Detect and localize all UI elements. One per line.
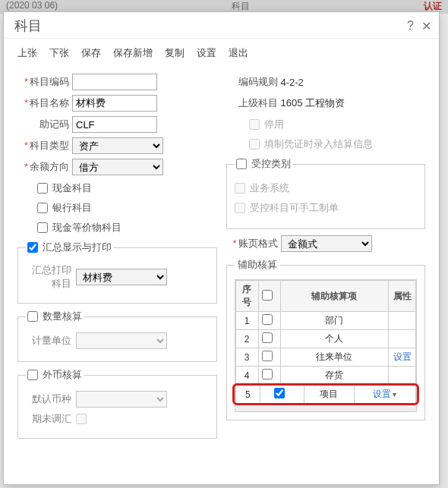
name-input[interactable] xyxy=(72,95,157,112)
fx-ccy-label: 默认币种 xyxy=(26,392,76,406)
row-checkbox[interactable] xyxy=(262,351,273,361)
table-row[interactable]: 1部门 xyxy=(235,312,416,330)
th-item: 辅助核算项 xyxy=(280,281,389,312)
subject-dialog: 科目 ? ✕ 上张 下张 保存 保存新增 复制 设置 退出 科目编码 科目名称 … xyxy=(3,11,440,485)
dialog-title: 科目 xyxy=(14,17,42,35)
biz-label: 业务系统 xyxy=(250,181,289,195)
cell-item: 个人 xyxy=(280,330,389,348)
titlebar: 科目 ? ✕ xyxy=(4,12,439,39)
table-row[interactable]: 3往来单位设置 xyxy=(235,348,416,367)
parent-label: 上级科目 xyxy=(226,96,281,110)
row-checkbox[interactable] xyxy=(274,388,285,398)
fx-adjust-label: 期末调汇 xyxy=(26,412,76,426)
code-label: 科目编码 xyxy=(17,75,72,89)
save-button[interactable]: 保存 xyxy=(81,46,101,60)
aux-table: 序号 辅助核算项 属性 1部门2个人3往来单位设置4存货5项目设置 xyxy=(235,280,417,404)
acct-fmt-label: 账页格式 xyxy=(226,237,281,250)
th-check-all[interactable] xyxy=(262,290,273,301)
bank-checkbox[interactable] xyxy=(37,203,48,213)
cell-seq: 1 xyxy=(235,312,258,330)
name-label: 科目名称 xyxy=(17,96,72,110)
controlled-toggle[interactable] xyxy=(236,159,247,169)
biz-checkbox[interactable] xyxy=(235,183,245,194)
toolbar: 上张 下张 保存 保存新增 复制 设置 退出 xyxy=(4,39,439,66)
mnemonic-input[interactable] xyxy=(72,116,157,133)
row-checkbox[interactable] xyxy=(262,314,273,325)
balance-label: 余额方向 xyxy=(17,160,72,174)
fx-fieldset: 外币核算 默认币种 期末调汇 xyxy=(17,368,217,439)
table-row[interactable]: 4存货 xyxy=(235,367,416,385)
cash-equiv-checkbox[interactable] xyxy=(37,222,48,233)
acct-fmt-select[interactable]: 金额式 xyxy=(281,235,372,252)
qty-fieldset: 数量核算 计量单位 xyxy=(17,310,217,362)
exit-button[interactable]: 退出 xyxy=(229,46,248,60)
table-row[interactable]: 2个人 xyxy=(235,330,416,348)
cell-item: 存货 xyxy=(280,367,389,385)
fillsettle-checkbox[interactable] xyxy=(249,139,260,150)
cell-seq: 5 xyxy=(236,386,260,404)
cell-item: 部门 xyxy=(280,312,389,330)
close-icon[interactable]: ✕ xyxy=(421,19,431,33)
code-input[interactable] xyxy=(72,74,157,90)
disabled-checkbox[interactable] xyxy=(249,119,260,130)
manual-checkbox[interactable] xyxy=(235,203,245,213)
row-checkbox[interactable] xyxy=(262,332,273,343)
cell-item: 往来单位 xyxy=(280,348,389,367)
aux-fieldset: 辅助核算 序号 辅助核算项 属性 1部门2个人3往来单位设置4存货5项目设置 xyxy=(226,258,426,420)
table-scrollbar[interactable] xyxy=(235,404,417,411)
cash-label: 现金科目 xyxy=(52,181,92,195)
coderule-value: 4-2-2 xyxy=(281,77,304,88)
type-label: 科目类型 xyxy=(17,139,72,153)
mnemonic-label: 助记码 xyxy=(17,118,72,131)
th-seq: 序号 xyxy=(235,281,258,312)
summary-fieldset: 汇总显示与打印 汇总打印科目 材料费 xyxy=(17,241,217,304)
type-select[interactable]: 资产 xyxy=(72,137,163,154)
settings-button[interactable]: 设置 xyxy=(197,46,216,60)
row-checkbox[interactable] xyxy=(262,369,273,379)
bank-label: 银行科目 xyxy=(52,201,92,215)
qty-unit-label: 计量单位 xyxy=(26,334,76,348)
cell-seq: 2 xyxy=(235,330,258,348)
parent-value: 1605 工程物资 xyxy=(281,96,345,110)
fx-adjust-checkbox[interactable] xyxy=(76,414,87,424)
cell-item: 项目 xyxy=(304,386,354,404)
qty-unit-select[interactable] xyxy=(76,332,167,349)
fx-ccy-select[interactable] xyxy=(76,391,167,408)
sum-print-label: 汇总打印科目 xyxy=(26,263,76,291)
fx-toggle[interactable] xyxy=(27,370,38,380)
left-column: 科目编码 科目名称 助记码 科目类型 资产 余额方向 借方 xyxy=(17,69,217,445)
copy-button[interactable]: 复制 xyxy=(165,46,185,60)
row-config-link[interactable]: 设置 xyxy=(373,389,396,399)
cell-seq: 3 xyxy=(235,348,258,367)
controlled-fieldset: 受控类别 业务系统 受控科目可手工制单 xyxy=(226,157,426,229)
row-config-link[interactable]: 设置 xyxy=(393,351,412,362)
sum-print-select[interactable]: 材料费 xyxy=(76,269,167,285)
summary-toggle[interactable] xyxy=(27,242,38,253)
right-column: 编码规则 4-2-2 上级科目 1605 工程物资 停用 填制凭证时录入结算信息… xyxy=(226,69,426,445)
cell-seq: 4 xyxy=(235,367,258,385)
balance-select[interactable]: 借方 xyxy=(72,159,163,175)
save-new-button[interactable]: 保存新增 xyxy=(113,46,153,60)
qty-toggle[interactable] xyxy=(27,311,38,322)
cash-checkbox[interactable] xyxy=(37,183,48,194)
manual-label: 受控科目可手工制单 xyxy=(250,201,339,215)
prev-button[interactable]: 上张 xyxy=(17,46,37,60)
cash-equiv-label: 现金等价物科目 xyxy=(52,221,121,235)
help-icon[interactable]: ? xyxy=(407,19,414,33)
disabled-label: 停用 xyxy=(264,118,284,131)
coderule-label: 编码规则 xyxy=(226,75,281,89)
next-button[interactable]: 下张 xyxy=(49,46,69,60)
th-attr: 属性 xyxy=(389,281,416,312)
fillsettle-label: 填制凭证时录入结算信息 xyxy=(264,137,373,151)
table-row[interactable]: 5项目设置 xyxy=(236,386,416,404)
